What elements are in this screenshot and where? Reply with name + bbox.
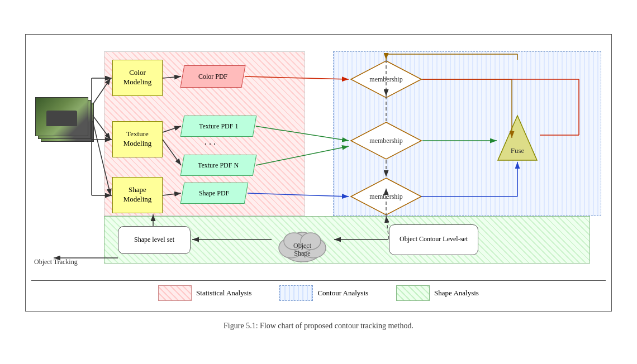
legend-shape: Shape Analysis <box>396 285 479 301</box>
texture-modeling-box: Texture Modeling <box>112 121 163 157</box>
shape-pdf-shape: Shape PDF <box>180 183 249 204</box>
object-shape-cloud: Object Shape <box>272 219 333 266</box>
texture-pdf1-shape: Texture PDF 1 <box>180 116 257 137</box>
object-tracking-label: Object Tracking <box>34 258 78 266</box>
legend-stat-label: Statistical Analysis <box>196 289 251 298</box>
texture-pdf-dots: · · · <box>205 140 216 150</box>
legend-statistical: Statistical Analysis <box>158 285 251 301</box>
legend-shape-box <box>396 285 430 301</box>
page-container: Color Modeling Texture Modeling Shape Mo… <box>11 34 626 331</box>
color-modeling-box: Color Modeling <box>112 60 163 96</box>
legend: Statistical Analysis Contour Analysis Sh… <box>31 280 606 305</box>
legend-shape-label: Shape Analysis <box>434 289 479 298</box>
svg-text:Fuse: Fuse <box>511 146 525 155</box>
object-contour-box: Object Contour Level-set <box>389 224 478 255</box>
legend-contour: Contour Analysis <box>279 285 368 301</box>
input-images <box>34 96 96 146</box>
membership1-diamond: membership <box>350 60 422 99</box>
texture-pdfN-shape: Texture PDF N <box>180 155 257 176</box>
legend-contour-label: Contour Analysis <box>317 289 368 298</box>
membership3-diamond: membership <box>350 177 422 216</box>
membership2-diamond: membership <box>350 121 422 160</box>
svg-text:Shape: Shape <box>294 250 310 257</box>
fuse-triangle: Fuse <box>495 113 540 165</box>
color-pdf-shape: Color PDF <box>180 65 245 88</box>
diagram-area: Color Modeling Texture Modeling Shape Mo… <box>31 40 606 280</box>
shape-modeling-box: Shape Modeling <box>112 177 163 213</box>
shape-level-set-box: Shape level set <box>118 226 191 254</box>
legend-contour-box <box>279 285 313 301</box>
svg-text:membership: membership <box>369 193 402 200</box>
svg-text:Object: Object <box>293 242 312 250</box>
diagram-outer: Color Modeling Texture Modeling Shape Mo… <box>25 34 612 312</box>
svg-text:membership: membership <box>369 75 402 83</box>
legend-stat-box <box>158 285 192 301</box>
figure-caption: Figure 5.1: Flow chart of proposed conto… <box>224 322 413 331</box>
svg-text:membership: membership <box>369 137 402 145</box>
